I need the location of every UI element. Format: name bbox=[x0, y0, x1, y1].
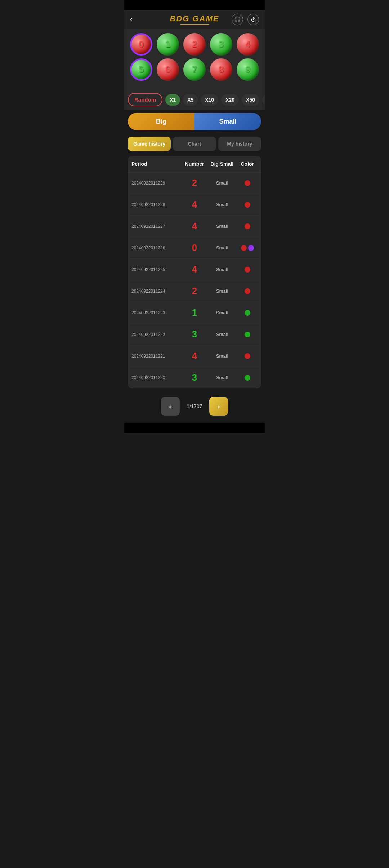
header-title: BDG GAME bbox=[170, 14, 219, 25]
cell-number: 4 bbox=[182, 264, 207, 275]
color-dot-red bbox=[241, 245, 247, 251]
cell-number: 4 bbox=[182, 199, 207, 210]
random-button[interactable]: Random bbox=[128, 93, 162, 106]
cell-period: 20240922011221 bbox=[131, 354, 182, 359]
cell-number: 0 bbox=[182, 242, 207, 253]
cell-number: 2 bbox=[182, 177, 207, 189]
cell-color bbox=[237, 288, 258, 294]
table-header: Period Number Big Small Color bbox=[128, 156, 261, 172]
cell-bigsmall: Small bbox=[207, 288, 237, 294]
header-icons: 🎧 ⏱ bbox=[232, 14, 259, 25]
cell-period: 20240922011229 bbox=[131, 181, 182, 186]
tab-game-history[interactable]: Game history bbox=[128, 137, 171, 151]
multiplier-row: Random X1 X5 X10 X20 X50 X100 bbox=[124, 89, 265, 110]
ball-9[interactable]: 9 bbox=[237, 58, 259, 81]
header-color: Color bbox=[237, 161, 258, 167]
game-history-table: Period Number Big Small Color 2024092201… bbox=[128, 156, 261, 388]
cell-color bbox=[237, 267, 258, 273]
table-row: 20240922011221 4 Small bbox=[128, 345, 261, 367]
color-dot-green bbox=[245, 375, 250, 381]
back-button[interactable]: ‹ bbox=[130, 15, 141, 24]
cell-color bbox=[237, 375, 258, 381]
support-icon[interactable]: 🎧 bbox=[232, 14, 243, 25]
ball-7[interactable]: 7 bbox=[183, 58, 206, 81]
color-dot-red bbox=[245, 267, 250, 273]
cell-color bbox=[237, 310, 258, 316]
cell-number: 1 bbox=[182, 307, 207, 318]
table-row: 20240922011225 4 Small bbox=[128, 259, 261, 280]
ball-1[interactable]: 1 bbox=[157, 33, 179, 56]
cell-color bbox=[237, 180, 258, 186]
balls-row-1: 0 1 2 3 4 bbox=[128, 33, 261, 56]
ball-3[interactable]: 3 bbox=[210, 33, 232, 56]
cell-bigsmall: Small bbox=[207, 267, 237, 272]
cell-color bbox=[237, 332, 258, 337]
color-dot-green bbox=[245, 310, 250, 316]
app-header: ‹ BDG GAME 🎧 ⏱ bbox=[124, 10, 265, 29]
header-number: Number bbox=[182, 161, 207, 167]
table-row: 20240922011223 1 Small bbox=[128, 302, 261, 324]
color-dot-red bbox=[245, 353, 250, 359]
cell-bigsmall: Small bbox=[207, 180, 237, 186]
bet-buttons: Big Small bbox=[128, 113, 261, 130]
cell-number: 3 bbox=[182, 329, 207, 340]
color-dot-red bbox=[245, 288, 250, 294]
cell-period: 20240922011222 bbox=[131, 332, 182, 337]
table-row: 20240922011228 4 Small bbox=[128, 194, 261, 216]
ball-0[interactable]: 0 bbox=[130, 33, 152, 56]
multiplier-x5[interactable]: X5 bbox=[183, 94, 198, 106]
next-page-button[interactable]: › bbox=[209, 397, 228, 416]
table-row: 20240922011229 2 Small bbox=[128, 172, 261, 194]
ball-5[interactable]: 5 bbox=[130, 58, 152, 81]
cell-bigsmall: Small bbox=[207, 353, 237, 359]
prev-page-button[interactable]: ‹ bbox=[161, 397, 180, 416]
page-info: 1/1707 bbox=[187, 403, 202, 409]
cell-period: 20240922011226 bbox=[131, 245, 182, 251]
app-title: BDG GAME bbox=[170, 14, 219, 23]
small-button[interactable]: Small bbox=[194, 113, 261, 130]
bottom-bar bbox=[124, 423, 265, 433]
balls-row-2: 5 6 7 8 9 bbox=[128, 58, 261, 81]
header-bigsmall: Big Small bbox=[207, 161, 237, 167]
big-button[interactable]: Big bbox=[128, 113, 194, 130]
ball-2[interactable]: 2 bbox=[183, 33, 206, 56]
color-dot-red bbox=[245, 223, 250, 229]
table-row: 20240922011220 3 Small bbox=[128, 367, 261, 388]
color-dot-purple bbox=[248, 245, 254, 251]
cell-period: 20240922011223 bbox=[131, 310, 182, 315]
cell-number: 4 bbox=[182, 221, 207, 232]
color-dot-red bbox=[245, 202, 250, 208]
cell-number: 3 bbox=[182, 372, 207, 383]
table-row: 20240922011224 2 Small bbox=[128, 280, 261, 302]
multiplier-x1[interactable]: X1 bbox=[165, 94, 180, 106]
cell-color bbox=[237, 223, 258, 229]
ball-4[interactable]: 4 bbox=[237, 33, 259, 56]
title-underline bbox=[180, 24, 209, 25]
cell-color bbox=[237, 353, 258, 359]
tab-chart[interactable]: Chart bbox=[173, 137, 216, 151]
multiplier-x50[interactable]: X50 bbox=[242, 94, 259, 106]
cell-period: 20240922011227 bbox=[131, 224, 182, 229]
balls-section: 0 1 2 3 4 5 6 7 8 9 bbox=[124, 29, 265, 89]
table-row: 20240922011227 4 Small bbox=[128, 216, 261, 237]
ball-6[interactable]: 6 bbox=[157, 58, 179, 81]
cell-color bbox=[237, 202, 258, 208]
header-period: Period bbox=[131, 161, 182, 167]
cell-color bbox=[237, 245, 258, 251]
multiplier-x100[interactable]: X100 bbox=[262, 94, 265, 106]
cell-bigsmall: Small bbox=[207, 223, 237, 229]
cell-number: 4 bbox=[182, 350, 207, 362]
cell-bigsmall: Small bbox=[207, 332, 237, 337]
multiplier-x10[interactable]: X10 bbox=[201, 94, 218, 106]
tabs-row: Game history Chart My history bbox=[124, 133, 265, 155]
cell-bigsmall: Small bbox=[207, 310, 237, 315]
multiplier-x20[interactable]: X20 bbox=[221, 94, 239, 106]
cell-bigsmall: Small bbox=[207, 202, 237, 207]
table-row: 20240922011226 0 Small bbox=[128, 237, 261, 259]
tab-my-history[interactable]: My history bbox=[218, 137, 261, 151]
timer-icon[interactable]: ⏱ bbox=[247, 14, 259, 25]
cell-number: 2 bbox=[182, 285, 207, 297]
cell-bigsmall: Small bbox=[207, 375, 237, 380]
ball-8[interactable]: 8 bbox=[210, 58, 232, 81]
cell-period: 20240922011228 bbox=[131, 202, 182, 207]
